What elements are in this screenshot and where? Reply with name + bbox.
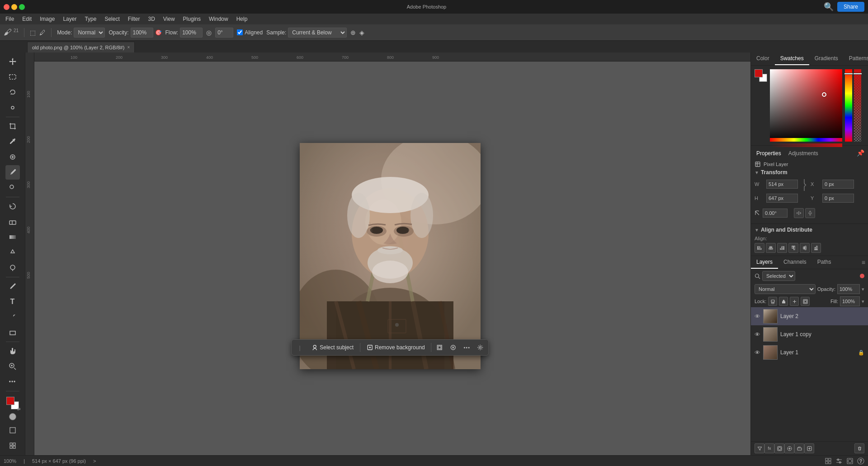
lock-transparent-btn[interactable] [768,297,777,306]
crop-tool-btn[interactable] [5,119,20,133]
angle-input[interactable] [215,28,233,38]
opacity-slider[interactable] [854,69,861,142]
minimize-button[interactable] [11,4,17,10]
quick-mask-btn[interactable] [9,413,16,420]
add-layer-btn[interactable] [804,443,814,453]
settings-icon-btn[interactable] [474,341,487,354]
menu-item-view[interactable]: View [160,15,179,23]
brush-preset-icon[interactable]: ⬚ [30,29,36,36]
color-selector[interactable]: ⇄ [5,395,21,411]
eyedropper-btn[interactable] [5,134,20,149]
menu-item-file[interactable]: File [2,15,18,23]
opacity-chevron-icon[interactable]: ▾ [862,286,864,292]
w-input[interactable] [766,180,798,189]
layer-item-layer1copy[interactable]: 👁 Layer 1 copy [751,325,868,343]
menu-item-type[interactable]: Type [81,15,100,23]
layer1copy-visibility-icon[interactable]: 👁 [755,331,760,338]
search-icon[interactable]: 🔍 [824,2,834,12]
foreground-color-swatch[interactable] [6,397,14,405]
layers-filter-select[interactable]: Selected All Normal [762,271,795,281]
tab-channels[interactable]: Channels [778,256,812,269]
align-center-v-btn[interactable] [800,243,810,253]
opacity-jitter-icon[interactable]: 🎯 [155,29,162,36]
magic-wand-btn[interactable] [5,100,20,115]
airbrush-icon[interactable]: ◎ [206,29,212,36]
menu-item-window[interactable]: Window [205,15,232,23]
align-top-btn[interactable] [788,243,798,253]
y-input[interactable] [822,194,854,203]
menu-item-edit[interactable]: Edit [19,15,35,23]
marquee-tool-btn[interactable] [5,70,20,84]
layer-item-layer1[interactable]: 👁 Layer 1 🔒 [751,343,868,361]
properties-pin-icon[interactable]: 📌 [857,149,864,157]
lock-position-btn[interactable] [790,297,799,306]
tab-patterns[interactable]: Patterns [844,52,868,65]
sample-all-icon[interactable]: ⊕ [350,29,356,36]
dodge-btn[interactable] [5,261,20,275]
menu-item-image[interactable]: Image [36,15,58,23]
status-help-icon[interactable]: ? [857,457,864,465]
blur-btn[interactable] [5,245,20,260]
link-dimensions-icon[interactable] [802,178,807,192]
close-button[interactable] [4,4,9,10]
status-arrange-icon[interactable] [825,457,832,465]
menu-item-help[interactable]: Help [233,15,251,23]
more-tools-btn[interactable]: ••• [5,375,20,389]
gradient-btn[interactable] [5,230,20,244]
lock-pixels-btn[interactable] [779,297,788,306]
layer2-visibility-icon[interactable]: 👁 [755,313,760,320]
tab-adjustments[interactable]: Adjustments [787,149,820,157]
maximize-button[interactable] [19,4,25,10]
layer1-visibility-icon[interactable]: 👁 [755,349,760,356]
status-mask-icon[interactable] [846,457,854,465]
share-button[interactable]: Share [837,2,864,12]
healing-brush-btn[interactable] [5,150,20,164]
remove-background-button[interactable]: Remove background [362,342,429,352]
menu-item-3d[interactable]: 3D [144,15,158,23]
lock-art-board-btn[interactable] [801,297,810,306]
swap-colors-icon[interactable]: ⇄ [17,407,21,411]
align-collapse-icon[interactable]: ▼ [755,228,759,233]
zoom-tool-btn[interactable] [5,359,20,374]
add-mask-btn[interactable] [774,443,784,453]
add-group-btn[interactable] [794,443,804,453]
brush-tool-icon[interactable]: 🖌 [4,28,12,37]
x-input[interactable] [822,180,854,189]
flow-input[interactable] [180,28,203,38]
type-tool-btn[interactable]: T [5,295,20,309]
clone-stamp-btn[interactable] [5,181,20,195]
transform-collapse-icon[interactable]: ▼ [755,170,759,175]
layer-fx-btn[interactable]: fx [764,443,774,453]
menu-item-plugins[interactable]: Plugins [179,15,204,23]
opacity-input[interactable] [131,28,153,38]
angle-prop-input[interactable] [763,209,788,218]
brush-tool-btn[interactable] [5,165,20,180]
blend-mode-select[interactable]: Normal Multiply Screen Overlay [755,284,816,294]
add-adjustment-btn[interactable] [784,443,794,453]
document-tab[interactable]: old photo.png @ 100% (Layer 2, RGB/8#) × [27,42,135,52]
hand-tool-btn[interactable] [5,344,20,358]
align-right-btn[interactable] [777,243,787,253]
opacity-value-input[interactable] [837,284,860,294]
fill-chevron-icon[interactable]: ▾ [862,299,864,304]
layer-filter-icon-btn[interactable] [755,443,764,453]
menu-item-filter[interactable]: Filter [124,15,144,23]
tab-close-button[interactable]: × [127,45,130,50]
align-left-btn[interactable] [755,243,764,253]
eraser-btn[interactable] [5,214,20,229]
flip-h-btn[interactable] [794,208,804,218]
status-sliders-icon[interactable] [835,457,843,465]
fg-bg-selector[interactable] [755,69,767,82]
frame-grid-btn[interactable] [5,438,20,453]
lasso-tool-btn[interactable] [5,85,20,100]
pressure-icon[interactable]: ◈ [359,29,364,36]
hue-slider[interactable] [845,69,852,142]
hue-bar[interactable] [770,138,842,142]
delete-layer-btn[interactable] [854,443,864,453]
mask-icon-btn[interactable] [447,341,460,354]
align-bottom-btn[interactable] [811,243,821,253]
align-center-h-btn[interactable] [766,243,776,253]
tab-paths[interactable]: Paths [812,256,837,269]
sample-select[interactable]: Current & Below [288,28,347,38]
move-tool-btn[interactable] [5,54,20,69]
